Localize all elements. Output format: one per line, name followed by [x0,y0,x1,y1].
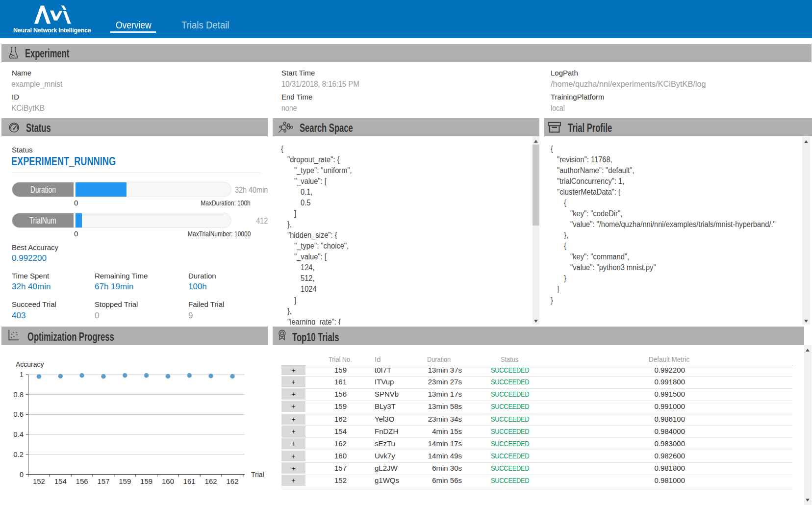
svg-text:1: 1 [20,370,24,379]
svg-text:156: 156 [76,477,88,485]
svg-text:161: 161 [183,477,196,485]
svg-text:159: 159 [119,477,131,485]
svg-text:0: 0 [20,470,24,479]
svg-text:162: 162 [205,477,217,485]
svg-text:152: 152 [33,477,45,485]
svg-text:162: 162 [226,477,238,485]
svg-text:157: 157 [97,477,109,485]
svg-text:Accuracy: Accuracy [16,360,44,368]
svg-text:154: 154 [54,477,67,485]
svg-text:0.4: 0.4 [13,430,24,438]
svg-text:0.8: 0.8 [13,390,24,399]
svg-text:Trial: Trial [251,471,264,479]
svg-text:159: 159 [140,477,152,485]
svg-text:0.2: 0.2 [13,450,24,458]
svg-text:0.6: 0.6 [13,410,24,418]
svg-text:160: 160 [162,477,174,485]
